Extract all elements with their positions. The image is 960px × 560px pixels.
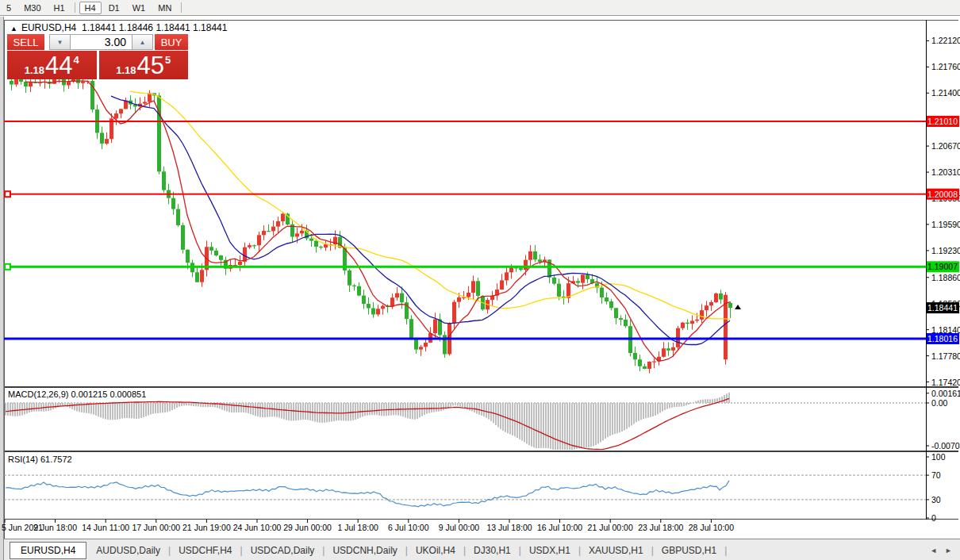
chart-tab-dj30-h1[interactable]: DJ30,H1 [467,542,518,559]
svg-text:1.19007: 1.19007 [927,262,958,271]
svg-text:1.20008: 1.20008 [927,190,958,199]
chart-header: ▲EURUSD,H4 1.18441 1.18446 1.18441 1.184… [10,22,227,33]
tab-separator: | [578,545,581,556]
collapse-panel-icon[interactable]: ▲ [10,25,17,33]
tab-separator: | [724,545,727,556]
price-level-line[interactable] [4,194,926,195]
tab-separator: | [322,545,324,556]
moving-average-line [25,81,730,361]
tab-separator: | [463,545,466,556]
sell-price-pip: 4 [74,54,79,66]
svg-text:21 Jun 19:00: 21 Jun 19:00 [182,523,231,532]
sell-button[interactable]: SELL [7,34,44,50]
svg-text:1.17420: 1.17420 [931,378,960,387]
chart-tab-audusd-daily[interactable]: AUDUSD,Daily [89,542,167,559]
svg-text:-0.007088: -0.007088 [931,441,960,451]
svg-text:1.21760: 1.21760 [931,62,960,71]
current-bar-arrow-icon [735,305,741,309]
tab-scroll-left-icon[interactable]: ◄ [930,547,937,554]
svg-text:17 Jun 00:00: 17 Jun 00:00 [132,523,180,532]
chart-tab-xauusd-h1[interactable]: XAUUSD,H1 [582,542,651,559]
svg-text:1.18140: 1.18140 [931,325,960,335]
svg-text:30: 30 [931,495,941,504]
chart-tab-ukoil-h4[interactable]: UKOil,H4 [409,542,463,559]
svg-text:1.20310: 1.20310 [931,167,960,177]
svg-text:21 Jul 00:00: 21 Jul 00:00 [588,523,633,532]
svg-text:24 Jun 10:00: 24 Jun 10:00 [233,523,282,532]
svg-text:100: 100 [931,452,946,462]
tab-separator: | [519,545,521,556]
buy-button[interactable]: BUY [155,34,188,50]
svg-text:16 Jul 10:00: 16 Jul 10:00 [537,523,582,532]
chart-tab-eurusd-h4[interactable]: EURUSD,H4 [10,542,86,559]
chart-ohlc-values: 1.18441 1.18446 1.18441 1.18441 [82,22,228,33]
rsi-pane [4,475,926,507]
svg-text:1.21010: 1.21010 [927,117,958,126]
one-click-trading-panel: SELL ▼ 3.00 ▲ BUY 1.18 44 4 1.18 45 5 [7,34,188,79]
trade-controls-row: SELL ▼ 3.00 ▲ BUY [7,34,188,50]
moving-average-line [111,96,730,344]
price-level-line[interactable] [4,338,926,340]
svg-text:1.21400: 1.21400 [931,88,960,98]
tab-scroll-right-icon[interactable]: ► [945,547,952,554]
macd-indicator-label: MACD(12,26,9) 0.001215 0.000851 [8,389,146,399]
trade-prices-row: 1.18 44 4 1.18 45 5 [7,51,188,79]
volume-input[interactable]: 3.00 [71,34,132,50]
macd-pane [4,393,926,452]
chart-tab-gbpusd-h1[interactable]: GBPUSD,H1 [655,542,724,559]
svg-text:13 Jul 18:00: 13 Jul 18:00 [486,523,532,532]
svg-text:28 Jul 10:00: 28 Jul 10:00 [689,523,734,532]
volume-decrease-button[interactable]: ▼ [49,34,71,50]
price-level-line[interactable] [4,266,926,268]
tab-separator: | [168,545,171,556]
svg-text:70: 70 [931,470,941,480]
svg-text:1 Jul 18:00: 1 Jul 18:00 [338,523,379,532]
svg-text:14 Jun 11:00: 14 Jun 11:00 [82,523,129,532]
sell-price-box[interactable]: 1.18 44 4 [7,51,97,79]
chart-tab-usdchf-h4[interactable]: USDCHF,H4 [171,542,239,559]
trading-terminal-window: 5M30H1H4D1W1MN 1.221201.217601.214001.20… [0,0,960,560]
chart-tab-usdcnh-daily[interactable]: USDCNH,Daily [325,542,404,559]
tab-separator: | [405,545,408,556]
chart-canvas[interactable]: 1.221201.217601.214001.206701.203101.199… [0,0,960,560]
svg-text:1.20670: 1.20670 [931,141,960,151]
svg-text:1.19230: 1.19230 [931,246,960,255]
svg-text:1.18016: 1.18016 [927,334,958,343]
svg-text:6 Jul 10:00: 6 Jul 10:00 [388,523,429,532]
moving-average-line [130,91,730,320]
chart-tab-usdx-h1[interactable]: USDX,H1 [522,542,578,559]
svg-text:1.22120: 1.22120 [931,36,960,45]
level-handle[interactable] [5,264,10,270]
chart-symbol-label: EURUSD,H4 [21,22,76,33]
svg-text:9 Jul 00:00: 9 Jul 00:00 [439,523,480,532]
price-level-line[interactable] [4,121,926,122]
chevron-down-icon: ▼ [57,39,63,46]
sell-price-prefix: 1.18 [25,64,44,76]
chart-tab-bar: EURUSD,H4AUDUSD,Daily|USDCHF,H4|USDCAD,D… [4,539,960,560]
buy-price-big: 45 [137,53,164,78]
buy-price-box[interactable]: 1.18 45 5 [99,51,189,79]
volume-increase-button[interactable]: ▲ [132,34,153,50]
svg-text:1.17780: 1.17780 [931,351,960,361]
candlestick-series [10,72,732,374]
svg-text:1.18441: 1.18441 [927,303,958,313]
svg-text:1.18860: 1.18860 [931,273,960,282]
svg-text:0.00: 0.00 [931,398,948,408]
svg-text:0.00161: 0.00161 [931,389,960,398]
tab-scroll-controls: ◄► [930,547,952,554]
buy-price-pip: 5 [165,54,171,66]
chevron-up-icon: ▲ [140,39,146,46]
sell-price-big: 44 [45,53,72,78]
tab-separator: | [240,545,243,556]
svg-text:0: 0 [931,513,936,523]
level-handle[interactable] [5,191,10,197]
rsi-indicator-label: RSI(14) 61.7572 [8,455,72,464]
tab-separator: | [651,545,654,556]
svg-text:1.19590: 1.19590 [931,220,960,229]
svg-text:23 Jul 18:00: 23 Jul 18:00 [638,523,683,532]
svg-text:9 Jun 18:00: 9 Jun 18:00 [33,523,77,532]
buy-price-prefix: 1.18 [116,64,136,76]
svg-text:29 Jun 00:00: 29 Jun 00:00 [283,523,332,532]
chart-tab-usdcad-daily[interactable]: USDCAD,Daily [244,542,322,559]
